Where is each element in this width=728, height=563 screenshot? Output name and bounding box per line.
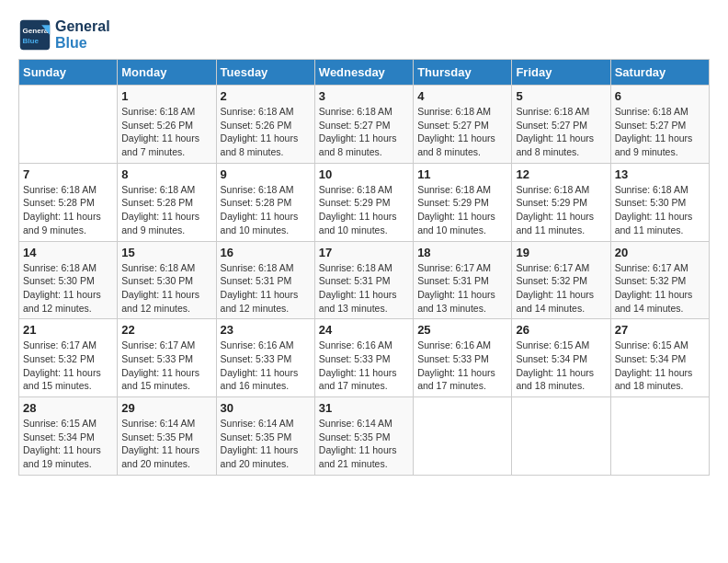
calendar-header-row: SundayMondayTuesdayWednesdayThursdayFrid… bbox=[19, 60, 710, 86]
day-info: Sunrise: 6:16 AMSunset: 5:33 PMDaylight:… bbox=[417, 339, 507, 393]
calendar-cell: 2Sunrise: 6:18 AMSunset: 5:26 PMDaylight… bbox=[216, 86, 314, 164]
day-number: 10 bbox=[319, 167, 409, 181]
day-number: 6 bbox=[615, 89, 705, 103]
calendar-week-row: 7Sunrise: 6:18 AMSunset: 5:28 PMDaylight… bbox=[19, 163, 710, 241]
day-header-wednesday: Wednesday bbox=[314, 60, 413, 86]
day-info: Sunrise: 6:14 AMSunset: 5:35 PMDaylight:… bbox=[121, 417, 211, 471]
day-number: 1 bbox=[121, 89, 211, 103]
calendar-cell: 1Sunrise: 6:18 AMSunset: 5:26 PMDaylight… bbox=[118, 86, 216, 164]
day-info: Sunrise: 6:18 AMSunset: 5:31 PMDaylight:… bbox=[221, 261, 311, 316]
day-info: Sunrise: 6:18 AMSunset: 5:29 PMDaylight:… bbox=[417, 183, 507, 237]
calendar-cell: 19Sunrise: 6:17 AMSunset: 5:32 PMDayligh… bbox=[512, 241, 610, 319]
logo: General Blue General Blue bbox=[18, 18, 110, 52]
day-header-friday: Friday bbox=[512, 60, 610, 86]
day-info: Sunrise: 6:18 AMSunset: 5:28 PMDaylight:… bbox=[221, 183, 311, 237]
calendar-cell: 7Sunrise: 6:18 AMSunset: 5:28 PMDaylight… bbox=[19, 163, 118, 241]
day-header-monday: Monday bbox=[118, 60, 216, 86]
day-info: Sunrise: 6:14 AMSunset: 5:35 PMDaylight:… bbox=[319, 417, 409, 471]
calendar-cell: 6Sunrise: 6:18 AMSunset: 5:27 PMDaylight… bbox=[610, 86, 709, 164]
calendar-cell: 10Sunrise: 6:18 AMSunset: 5:29 PMDayligh… bbox=[314, 163, 413, 241]
day-info: Sunrise: 6:17 AMSunset: 5:31 PMDaylight:… bbox=[417, 261, 507, 316]
calendar-cell: 13Sunrise: 6:18 AMSunset: 5:30 PMDayligh… bbox=[610, 163, 709, 241]
day-info: Sunrise: 6:18 AMSunset: 5:30 PMDaylight:… bbox=[121, 261, 211, 316]
calendar-cell: 20Sunrise: 6:17 AMSunset: 5:32 PMDayligh… bbox=[610, 241, 709, 319]
calendar-cell: 11Sunrise: 6:18 AMSunset: 5:29 PMDayligh… bbox=[414, 163, 512, 241]
day-number: 27 bbox=[615, 323, 705, 337]
page-header: General Blue General Blue bbox=[18, 18, 710, 52]
day-info: Sunrise: 6:18 AMSunset: 5:27 PMDaylight:… bbox=[417, 105, 507, 159]
calendar-cell: 30Sunrise: 6:14 AMSunset: 5:35 PMDayligh… bbox=[216, 397, 314, 476]
calendar-cell: 24Sunrise: 6:16 AMSunset: 5:33 PMDayligh… bbox=[314, 319, 413, 397]
day-number: 16 bbox=[221, 246, 311, 259]
day-info: Sunrise: 6:18 AMSunset: 5:27 PMDaylight:… bbox=[615, 105, 705, 159]
day-info: Sunrise: 6:18 AMSunset: 5:30 PMDaylight:… bbox=[23, 261, 113, 316]
day-number: 25 bbox=[417, 323, 507, 337]
day-info: Sunrise: 6:17 AMSunset: 5:32 PMDaylight:… bbox=[516, 261, 606, 316]
day-number: 31 bbox=[319, 401, 409, 415]
day-number: 21 bbox=[23, 323, 113, 337]
day-number: 24 bbox=[319, 323, 409, 337]
day-info: Sunrise: 6:15 AMSunset: 5:34 PMDaylight:… bbox=[516, 339, 606, 393]
day-number: 8 bbox=[121, 167, 211, 181]
day-header-thursday: Thursday bbox=[414, 60, 512, 86]
calendar-cell: 15Sunrise: 6:18 AMSunset: 5:30 PMDayligh… bbox=[118, 241, 216, 319]
day-number: 29 bbox=[121, 401, 211, 415]
day-info: Sunrise: 6:16 AMSunset: 5:33 PMDaylight:… bbox=[221, 339, 311, 393]
day-number: 20 bbox=[615, 246, 705, 259]
calendar-cell bbox=[512, 397, 610, 476]
calendar-cell: 9Sunrise: 6:18 AMSunset: 5:28 PMDaylight… bbox=[216, 163, 314, 241]
calendar-cell: 31Sunrise: 6:14 AMSunset: 5:35 PMDayligh… bbox=[314, 397, 413, 476]
calendar-cell: 14Sunrise: 6:18 AMSunset: 5:30 PMDayligh… bbox=[19, 241, 118, 319]
calendar-table: SundayMondayTuesdayWednesdayThursdayFrid… bbox=[18, 59, 710, 476]
day-info: Sunrise: 6:18 AMSunset: 5:28 PMDaylight:… bbox=[121, 183, 211, 237]
calendar-cell: 22Sunrise: 6:17 AMSunset: 5:33 PMDayligh… bbox=[118, 319, 216, 397]
day-number: 13 bbox=[615, 167, 705, 181]
day-info: Sunrise: 6:15 AMSunset: 5:34 PMDaylight:… bbox=[23, 417, 113, 471]
day-number: 5 bbox=[516, 89, 606, 103]
calendar-cell: 23Sunrise: 6:16 AMSunset: 5:33 PMDayligh… bbox=[216, 319, 314, 397]
calendar-cell bbox=[610, 397, 709, 476]
calendar-cell: 8Sunrise: 6:18 AMSunset: 5:28 PMDaylight… bbox=[118, 163, 216, 241]
calendar-cell: 29Sunrise: 6:14 AMSunset: 5:35 PMDayligh… bbox=[118, 397, 216, 476]
day-number: 17 bbox=[319, 246, 409, 259]
calendar-cell: 16Sunrise: 6:18 AMSunset: 5:31 PMDayligh… bbox=[216, 241, 314, 319]
day-number: 19 bbox=[516, 246, 606, 259]
calendar-cell: 12Sunrise: 6:18 AMSunset: 5:29 PMDayligh… bbox=[512, 163, 610, 241]
day-info: Sunrise: 6:18 AMSunset: 5:29 PMDaylight:… bbox=[516, 183, 606, 237]
day-number: 30 bbox=[221, 401, 311, 415]
calendar-week-row: 1Sunrise: 6:18 AMSunset: 5:26 PMDaylight… bbox=[19, 86, 710, 164]
calendar-cell: 5Sunrise: 6:18 AMSunset: 5:27 PMDaylight… bbox=[512, 86, 610, 164]
day-number: 12 bbox=[516, 167, 606, 181]
day-info: Sunrise: 6:18 AMSunset: 5:27 PMDaylight:… bbox=[319, 105, 409, 159]
day-info: Sunrise: 6:18 AMSunset: 5:26 PMDaylight:… bbox=[121, 105, 211, 159]
calendar-cell bbox=[414, 397, 512, 476]
calendar-cell: 4Sunrise: 6:18 AMSunset: 5:27 PMDaylight… bbox=[414, 86, 512, 164]
calendar-week-row: 21Sunrise: 6:17 AMSunset: 5:32 PMDayligh… bbox=[19, 319, 710, 397]
calendar-week-row: 28Sunrise: 6:15 AMSunset: 5:34 PMDayligh… bbox=[19, 397, 710, 476]
day-info: Sunrise: 6:18 AMSunset: 5:29 PMDaylight:… bbox=[319, 183, 409, 237]
day-info: Sunrise: 6:15 AMSunset: 5:34 PMDaylight:… bbox=[615, 339, 705, 393]
day-number: 22 bbox=[121, 323, 211, 337]
day-info: Sunrise: 6:18 AMSunset: 5:26 PMDaylight:… bbox=[221, 105, 311, 159]
logo-text: General Blue bbox=[55, 18, 110, 52]
day-number: 7 bbox=[23, 167, 113, 181]
day-info: Sunrise: 6:16 AMSunset: 5:33 PMDaylight:… bbox=[319, 339, 409, 393]
day-number: 4 bbox=[417, 89, 507, 103]
day-header-saturday: Saturday bbox=[610, 60, 709, 86]
day-info: Sunrise: 6:18 AMSunset: 5:28 PMDaylight:… bbox=[23, 183, 113, 237]
day-info: Sunrise: 6:14 AMSunset: 5:35 PMDaylight:… bbox=[221, 417, 311, 471]
day-info: Sunrise: 6:18 AMSunset: 5:31 PMDaylight:… bbox=[319, 261, 409, 316]
calendar-cell: 27Sunrise: 6:15 AMSunset: 5:34 PMDayligh… bbox=[610, 319, 709, 397]
calendar-week-row: 14Sunrise: 6:18 AMSunset: 5:30 PMDayligh… bbox=[19, 241, 710, 319]
day-header-tuesday: Tuesday bbox=[216, 60, 314, 86]
calendar-cell bbox=[19, 86, 118, 164]
day-number: 2 bbox=[221, 89, 311, 103]
svg-text:Blue: Blue bbox=[23, 37, 40, 45]
day-info: Sunrise: 6:17 AMSunset: 5:32 PMDaylight:… bbox=[23, 339, 113, 393]
day-number: 3 bbox=[319, 89, 409, 103]
day-info: Sunrise: 6:17 AMSunset: 5:33 PMDaylight:… bbox=[121, 339, 211, 393]
calendar-cell: 21Sunrise: 6:17 AMSunset: 5:32 PMDayligh… bbox=[19, 319, 118, 397]
calendar-cell: 25Sunrise: 6:16 AMSunset: 5:33 PMDayligh… bbox=[414, 319, 512, 397]
calendar-cell: 28Sunrise: 6:15 AMSunset: 5:34 PMDayligh… bbox=[19, 397, 118, 476]
day-info: Sunrise: 6:18 AMSunset: 5:30 PMDaylight:… bbox=[615, 183, 705, 237]
